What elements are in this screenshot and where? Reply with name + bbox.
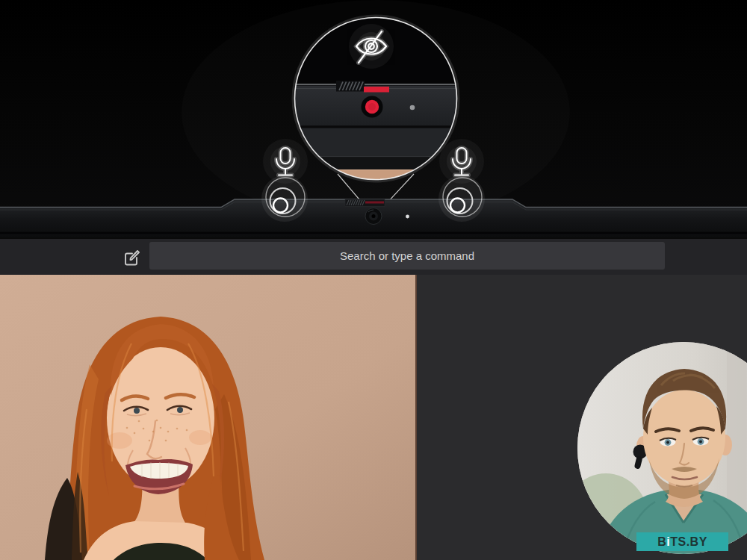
laptop-bezel xyxy=(0,199,747,237)
magnified-webcam-covered xyxy=(362,96,383,118)
teams-command-bar xyxy=(0,237,747,275)
man-avatar-photo xyxy=(577,342,747,554)
sound-ripple-right-icon xyxy=(438,175,485,222)
watermark-text: B xyxy=(657,536,666,548)
hero-graphic xyxy=(0,0,747,237)
promo-screenshot: BiTS.BY xyxy=(0,0,747,560)
compose-button[interactable] xyxy=(122,247,143,268)
side-panel: BiTS.BY xyxy=(415,275,747,560)
compose-icon xyxy=(122,247,143,268)
self-view-avatar[interactable] xyxy=(577,342,747,554)
call-area: BiTS.BY xyxy=(0,275,747,560)
remote-video-tile[interactable] xyxy=(0,275,415,560)
eye-off-icon xyxy=(349,24,394,69)
watermark-badge: BiTS.BY xyxy=(636,532,728,551)
woman-video-feed xyxy=(0,275,415,560)
search-input[interactable] xyxy=(149,242,665,270)
privacy-shutter-slider xyxy=(345,199,385,207)
webcam-lens xyxy=(365,208,382,225)
hero-banner xyxy=(0,0,747,237)
camera-status-led xyxy=(406,215,409,219)
sound-ripple-left-icon xyxy=(261,175,308,222)
magnified-camera-led xyxy=(410,105,415,111)
